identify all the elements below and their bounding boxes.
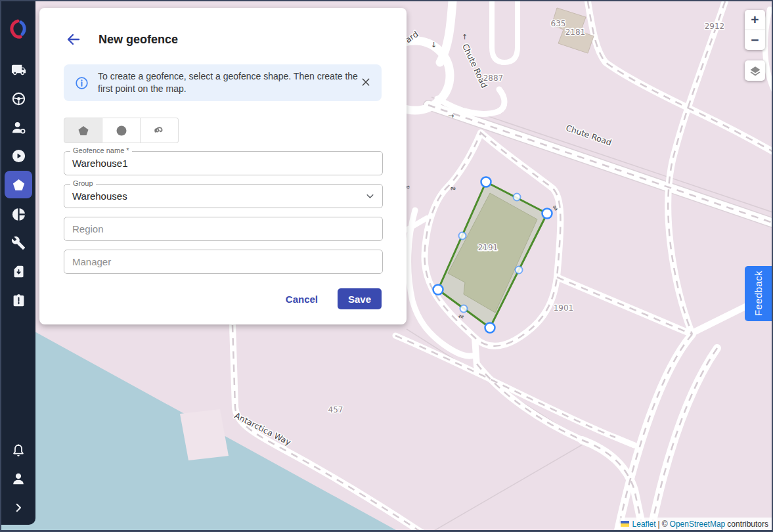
group-select[interactable] (64, 185, 382, 208)
layers-button[interactable] (745, 60, 765, 81)
panel-header: New geofence (66, 32, 178, 47)
info-icon (75, 76, 89, 93)
page-title: New geofence (99, 33, 178, 47)
map-dock (180, 409, 229, 460)
sidebar-item-driving[interactable] (1, 84, 35, 113)
banner-close-button[interactable] (359, 75, 373, 89)
polygon-vertex-handle[interactable] (481, 177, 491, 187)
arrow-left-icon (66, 32, 81, 47)
new-geofence-panel: New geofence To create a geofence, selec… (39, 8, 407, 324)
sidebar-item-storage[interactable] (1, 257, 35, 286)
layers-icon (749, 64, 762, 78)
route-icon (152, 123, 167, 138)
map-label-2191: 2191 (478, 243, 498, 252)
banner-text: To create a geofence, select a geofence … (98, 70, 361, 95)
zoom-in-button[interactable]: + (745, 10, 765, 30)
person-icon (11, 472, 26, 486)
zoom-out-button[interactable]: − (745, 30, 765, 50)
group-field: Group (64, 184, 383, 208)
truck-icon (11, 62, 26, 78)
sidebar-item-maintenance[interactable] (1, 229, 35, 257)
region-input[interactable] (64, 217, 382, 240)
map-label-457: 457 (328, 405, 343, 414)
back-button[interactable] (66, 32, 81, 47)
sd-card-download-icon (12, 265, 26, 278)
region-field (64, 217, 383, 241)
viewport: ↑ ↓ → ⇌ ⇌ ⇌ ⇌ Boulevard Chute Road Chute… (1, 1, 772, 530)
leaflet-link[interactable]: Leaflet (632, 520, 656, 529)
shape-tool-group (64, 118, 179, 143)
panel-actions: Cancel Save (280, 288, 382, 309)
app-window: ↑ ↓ → ⇌ ⇌ ⇌ ⇌ Boulevard Chute Road Chute… (0, 0, 773, 532)
osm-link[interactable]: OpenStreetMap (670, 520, 726, 529)
geofence-name-input[interactable] (64, 152, 382, 175)
cancel-button[interactable]: Cancel (280, 290, 323, 309)
sidebar-item-reports[interactable] (1, 200, 35, 229)
manager-field (64, 250, 383, 274)
pie-chart-icon (11, 207, 26, 222)
chevron-right-icon (12, 502, 24, 514)
pentagon-icon (11, 177, 26, 192)
attrib-contributors: contributors (727, 520, 768, 529)
sidebar-item-playback[interactable] (1, 141, 35, 170)
bell-icon (11, 443, 26, 458)
person-gear-icon (11, 120, 26, 135)
feedback-button[interactable]: Feedback (745, 266, 772, 321)
attrib-sep: | (658, 520, 660, 529)
sidebar (1, 1, 35, 525)
sidebar-expand-button[interactable] (1, 493, 35, 522)
map-attribution: Leaflet | © OpenStreetMap contributors (617, 518, 772, 530)
feedback-label: Feedback (753, 271, 764, 316)
steering-wheel-icon (11, 91, 26, 106)
map-label-2887: 2887 (483, 74, 504, 83)
polygon-vertex-handle[interactable] (433, 285, 443, 295)
arrow-right-icon: → (448, 112, 454, 120)
shape-circle-button[interactable] (102, 118, 141, 143)
arrow-up-icon: ↑ (462, 33, 468, 41)
ukraine-flag-icon (621, 521, 629, 527)
save-button[interactable]: Save (338, 288, 382, 309)
polygon-icon (77, 124, 90, 137)
map-label-2912: 2912 (705, 22, 725, 31)
polygon-midpoint-handle[interactable] (516, 267, 523, 274)
sidebar-item-vehicles[interactable] (1, 55, 35, 84)
geofence-name-field: Geofence name * (64, 151, 383, 175)
attrib-copy: © (662, 520, 668, 529)
sidebar-item-tasks[interactable] (1, 286, 35, 315)
play-circle-icon (11, 148, 26, 164)
logo-icon (7, 18, 30, 41)
map-label-1901: 1901 (554, 303, 574, 313)
polygon-midpoint-handle[interactable] (460, 305, 468, 313)
shape-polygon-button[interactable] (64, 118, 102, 143)
app-logo[interactable] (1, 15, 35, 44)
info-banner: To create a geofence, select a geofence … (64, 64, 382, 101)
polygon-vertex-handle[interactable] (542, 209, 552, 219)
polygon-midpoint-handle[interactable] (459, 233, 466, 240)
zoom-control: + − (745, 10, 765, 50)
circle-icon (115, 124, 128, 137)
close-icon (361, 77, 371, 87)
map-label-635: 635 (551, 19, 566, 28)
sidebar-item-notifications[interactable] (1, 436, 35, 465)
wrench-icon (11, 236, 26, 250)
shape-route-button[interactable] (141, 118, 179, 143)
arrow-down-icon: ↓ (431, 41, 437, 49)
sidebar-item-account[interactable] (1, 464, 35, 493)
polygon-midpoint-handle[interactable] (514, 194, 521, 201)
polygon-vertex-handle[interactable] (485, 323, 495, 333)
map-label-2181: 2181 (565, 28, 586, 37)
clipboard-alert-icon (12, 294, 26, 307)
sidebar-item-drivers[interactable] (1, 113, 35, 142)
manager-input[interactable] (64, 250, 382, 273)
sidebar-item-geofences[interactable] (5, 171, 32, 198)
